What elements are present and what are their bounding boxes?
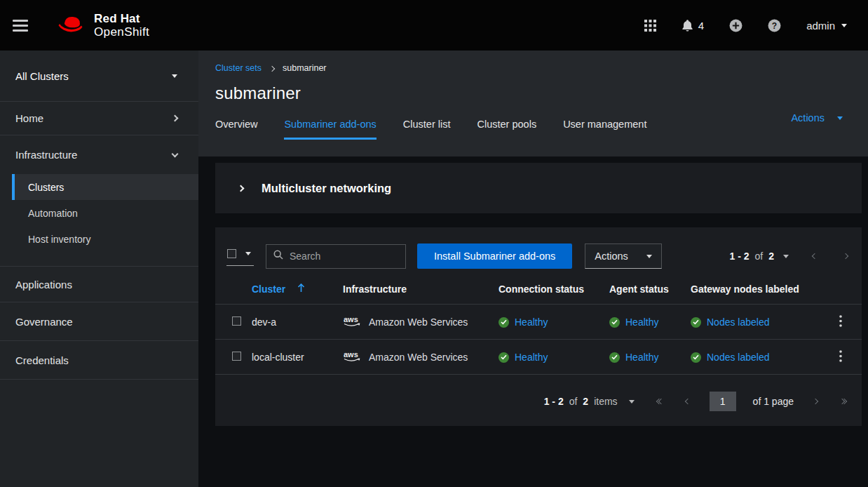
agent-status-link[interactable]: Healthy <box>625 352 658 363</box>
column-header-agent-status[interactable]: Agent status <box>604 274 685 305</box>
cluster-context-selector[interactable]: All Clusters <box>0 51 198 102</box>
pagination-menu-toggle[interactable]: 1 - 2 of 2 <box>730 251 789 262</box>
column-header-connection-status[interactable]: Connection status <box>493 274 604 305</box>
tab-cluster-list[interactable]: Cluster list <box>403 119 451 140</box>
user-menu[interactable]: admin <box>806 20 847 32</box>
breadcrumb-separator-icon <box>269 65 275 71</box>
table-row: local-cluster aws <box>215 340 862 375</box>
angle-right-icon <box>813 399 818 404</box>
column-header-infrastructure[interactable]: Infrastructure <box>337 274 493 305</box>
last-page-button[interactable] <box>837 396 849 406</box>
infrastructure-provider: Amazon Web Services <box>369 316 468 328</box>
pagination-bottom: 1 - 2 of 2 items of 1 page <box>215 377 862 426</box>
next-page-button[interactable] <box>811 396 820 406</box>
svg-text:aws: aws <box>344 350 358 359</box>
table-actions-dropdown[interactable]: Actions <box>585 244 662 269</box>
connection-status-link[interactable]: Healthy <box>515 352 548 363</box>
search-box <box>266 244 406 269</box>
page-header: Cluster sets submariner submariner Actio… <box>198 51 868 156</box>
gateway-nodes-link[interactable]: Nodes labeled <box>707 316 770 328</box>
gateway-nodes-status: Nodes labeled <box>691 352 770 363</box>
agent-status: Healthy <box>609 352 658 363</box>
chevron-right-icon <box>172 115 179 122</box>
sidebar-item-automation[interactable]: Automation <box>12 200 198 226</box>
nav-toggle-icon[interactable] <box>13 17 29 34</box>
pagination-options-toggle[interactable]: 1 - 2 of 2 items <box>544 396 635 407</box>
caret-down-icon <box>629 400 635 403</box>
tab-overview[interactable]: Overview <box>215 119 257 140</box>
sort-arrow-up-icon <box>297 283 305 295</box>
brand-name-bottom: OpenShift <box>94 25 149 39</box>
tab-user-management[interactable]: User management <box>563 119 646 140</box>
infrastructure-provider: Amazon Web Services <box>369 352 468 363</box>
page-title: submariner <box>215 84 851 103</box>
check-circle-icon <box>499 352 509 363</box>
aws-icon: aws <box>343 314 362 330</box>
masthead: Red Hat OpenShift 4 <box>0 0 868 51</box>
notifications-button[interactable]: 4 <box>681 20 704 32</box>
brand-logo: Red Hat OpenShift <box>55 12 149 39</box>
connection-status: Healthy <box>499 352 548 363</box>
agent-status-link[interactable]: Healthy <box>625 316 658 328</box>
prev-page-button[interactable] <box>810 251 820 261</box>
angle-left-icon <box>812 253 818 259</box>
angle-right-icon <box>843 253 848 259</box>
table-header-row: Cluster Infrastructure Connection sta <box>215 274 862 305</box>
sidebar-item-infrastructure[interactable]: Infrastructure <box>0 135 198 174</box>
install-submariner-button[interactable]: Install Submariner add-ons <box>417 244 572 269</box>
tab-cluster-pools[interactable]: Cluster pools <box>477 119 537 140</box>
caret-down-icon <box>245 252 251 255</box>
section-title: Multicluster networking <box>262 182 391 195</box>
caret-down-icon <box>783 255 789 258</box>
row-checkbox[interactable] <box>232 352 241 361</box>
bulk-select-dropdown[interactable] <box>226 246 254 266</box>
chevron-down-icon <box>841 24 847 27</box>
column-header-gateway-nodes[interactable]: Gateway nodes labeled <box>685 274 818 305</box>
sidebar-item-governance[interactable]: Governance <box>0 302 198 341</box>
prev-page-button[interactable] <box>683 396 693 406</box>
agent-status: Healthy <box>609 316 658 328</box>
table-toolbar: Install Submariner add-ons Actions 1 - 2… <box>215 227 862 274</box>
app-launcher-icon[interactable] <box>644 20 656 32</box>
header-checkbox-column <box>215 274 246 305</box>
tab-submariner-add-ons[interactable]: Submariner add-ons <box>284 119 376 140</box>
search-input[interactable] <box>290 251 416 262</box>
brand-name-top: Red Hat <box>94 12 149 25</box>
page-actions-dropdown[interactable]: Actions <box>791 112 843 124</box>
add-resource-icon[interactable] <box>729 19 742 32</box>
check-circle-icon <box>609 352 620 363</box>
sidebar-item-home[interactable]: Home <box>0 102 198 135</box>
chevron-down-icon <box>172 150 179 157</box>
connection-status-link[interactable]: Healthy <box>515 316 548 328</box>
help-icon[interactable]: ? <box>768 19 781 32</box>
check-circle-icon <box>691 352 701 363</box>
check-circle-icon <box>499 317 509 328</box>
check-circle-icon <box>609 317 620 328</box>
sidebar: All Clusters Home Infrastructure Cluster… <box>0 51 198 487</box>
clusters-table-card: Install Submariner add-ons Actions 1 - 2… <box>215 227 862 426</box>
angle-double-right-icon <box>840 399 846 403</box>
expand-section-button[interactable] <box>233 181 247 195</box>
gateway-nodes-link[interactable]: Nodes labeled <box>707 352 770 363</box>
breadcrumb-link-cluster-sets[interactable]: Cluster sets <box>215 63 262 73</box>
sidebar-item-clusters[interactable]: Clusters <box>12 174 198 200</box>
sidebar-item-credentials[interactable]: Credentials <box>0 341 198 380</box>
sidebar-item-applications[interactable]: Applications <box>0 266 198 302</box>
first-page-button[interactable] <box>654 396 666 406</box>
column-header-actions <box>818 274 862 305</box>
table-row: dev-a aws <box>215 305 862 340</box>
angle-left-icon <box>684 399 690 404</box>
row-kebab-menu[interactable] <box>835 312 846 332</box>
current-page-input[interactable] <box>710 392 736 411</box>
next-page-button[interactable] <box>841 251 850 261</box>
caret-down-icon <box>837 116 843 120</box>
sidebar-item-host-inventory[interactable]: Host inventory <box>12 226 198 252</box>
row-kebab-menu[interactable] <box>835 347 846 367</box>
column-header-cluster[interactable]: Cluster <box>246 274 337 305</box>
redhat-fedora-icon <box>55 12 87 39</box>
tab-bar: Overview Submariner add-ons Cluster list… <box>215 119 851 140</box>
svg-text:?: ? <box>772 20 777 30</box>
breadcrumb: Cluster sets submariner <box>215 63 851 73</box>
row-checkbox[interactable] <box>232 316 241 326</box>
select-all-checkbox[interactable] <box>227 249 236 258</box>
